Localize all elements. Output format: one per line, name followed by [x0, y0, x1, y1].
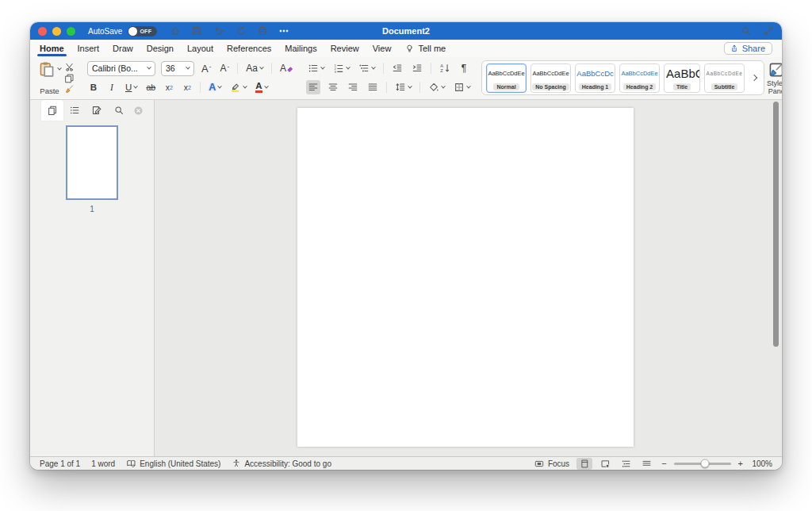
bold-button[interactable]: B [87, 80, 100, 94]
minimize-window-button[interactable] [52, 27, 61, 36]
justify-button[interactable] [366, 80, 380, 94]
style-normal[interactable]: AaBbCcDdEe Normal [486, 63, 527, 93]
style-subtitle[interactable]: AaBbCcDdEe Subtitle [704, 63, 745, 93]
paste-dropdown[interactable] [57, 66, 62, 71]
tab-draw[interactable]: Draw [113, 40, 133, 57]
tab-view[interactable]: View [373, 40, 392, 57]
bullets-button[interactable] [306, 61, 326, 75]
sidebar-tab-headings[interactable] [63, 100, 86, 121]
increase-indent-button[interactable] [410, 61, 424, 75]
web-layout-icon [600, 459, 611, 469]
autosave-state: OFF [140, 29, 151, 34]
spellcheck-status[interactable]: English (United States) [126, 459, 220, 469]
pilcrow-glyph: ¶ [462, 63, 466, 74]
zoom-out-button[interactable]: − [661, 459, 666, 468]
cut-button[interactable] [63, 61, 76, 72]
page-thumbnail-1[interactable] [66, 125, 118, 200]
tab-layout[interactable]: Layout [187, 40, 213, 57]
decrease-indent-button[interactable] [390, 61, 404, 75]
eraser-icon [286, 65, 293, 72]
copy-button[interactable] [63, 72, 76, 83]
collaboration-icon[interactable] [763, 25, 774, 36]
italic-button[interactable]: I [105, 80, 118, 94]
autosave-toggle-knob [128, 27, 137, 36]
align-right-button[interactable] [346, 80, 360, 94]
outline-view-button[interactable] [618, 458, 634, 470]
vertical-scrollbar[interactable] [773, 102, 779, 347]
traffic-lights [38, 27, 75, 36]
clear-formatting-button[interactable]: A [278, 61, 295, 75]
svg-text:A: A [440, 63, 443, 68]
tab-design[interactable]: Design [147, 40, 174, 57]
home-icon[interactable] [170, 25, 181, 36]
format-painter-button[interactable] [63, 83, 76, 94]
show-marks-button[interactable]: ¶ [458, 61, 470, 75]
font-color-button[interactable]: A [254, 80, 269, 94]
style-heading-2[interactable]: AaBbCcDdEe Heading 2 [619, 63, 660, 93]
word-window: AutoSave OFF Document2 Home Insert Draw … [30, 22, 782, 470]
search-icon[interactable] [741, 25, 752, 36]
print-icon[interactable] [257, 25, 268, 36]
zoom-window-button[interactable] [67, 27, 75, 36]
font-size-combo[interactable]: 36 [161, 61, 194, 76]
change-case-button[interactable]: Aa [244, 61, 265, 75]
print-layout-view-button[interactable] [576, 458, 592, 470]
tab-mailings[interactable]: Mailings [285, 40, 316, 57]
align-center-button[interactable] [326, 80, 340, 94]
multilevel-list-button[interactable] [357, 61, 377, 75]
save-icon[interactable] [191, 25, 202, 36]
zoom-in-button[interactable]: + [738, 459, 743, 468]
sidebar-tab-thumbnails[interactable] [41, 100, 63, 121]
document-map-icon [69, 105, 80, 116]
web-layout-view-button[interactable] [597, 458, 613, 470]
superscript-button[interactable]: x2 [181, 80, 193, 94]
sort-button[interactable]: AZ [438, 61, 452, 75]
sidebar-tab-comments[interactable] [86, 100, 108, 121]
tab-references[interactable]: References [227, 40, 271, 57]
undo-icon[interactable] [213, 25, 225, 36]
sidebar-tab-find[interactable] [108, 100, 130, 121]
styles-pane-button[interactable]: Styles Pane [764, 60, 782, 96]
paste-button[interactable]: Paste [38, 60, 61, 95]
tell-me[interactable]: Tell me [404, 44, 446, 54]
focus-mode-button[interactable]: Focus [534, 459, 569, 469]
line-spacing-button[interactable] [393, 80, 413, 94]
highlight-button[interactable] [228, 80, 248, 94]
draft-view-button[interactable] [638, 458, 654, 470]
shrink-font-button[interactable]: Aˇ [218, 61, 231, 75]
style-heading-1[interactable]: AaBbCcDc Heading 1 [575, 63, 615, 93]
autosave-toggle[interactable]: OFF [128, 26, 157, 36]
more-commands-icon[interactable] [278, 25, 289, 36]
subscript-button[interactable]: x2 [163, 80, 175, 94]
format-painter-icon [64, 84, 75, 94]
document-page[interactable] [297, 108, 634, 447]
navigation-sidebar: 1 [30, 100, 155, 456]
numbering-button[interactable]: 123 [331, 61, 351, 75]
borders-button[interactable] [452, 80, 472, 94]
sidebar-close-button[interactable] [130, 100, 146, 121]
style-title[interactable]: AaBbC Title [664, 63, 700, 93]
style-no-spacing[interactable]: AaBbCcDdEe No Spacing [530, 63, 571, 93]
word-count[interactable]: 1 word [91, 459, 115, 468]
zoom-slider[interactable] [674, 463, 731, 465]
tab-insert[interactable]: Insert [78, 40, 100, 57]
accessibility-status[interactable]: Accessibility: Good to go [232, 459, 331, 468]
redo-icon[interactable] [236, 25, 247, 36]
page-indicator[interactable]: Page 1 of 1 [40, 459, 80, 468]
tab-home[interactable]: Home [40, 40, 64, 57]
strikethrough-button[interactable]: ab [144, 80, 157, 94]
more-styles-chevron[interactable] [751, 75, 757, 81]
multilevel-list-icon [358, 63, 370, 74]
style-sample: AaBbCcDdEe [487, 64, 526, 83]
align-left-button[interactable] [306, 80, 320, 94]
zoom-level[interactable]: 100% [750, 459, 772, 468]
text-effects-button[interactable]: A [207, 80, 223, 94]
underline-button[interactable]: U [124, 80, 139, 94]
tab-review[interactable]: Review [331, 40, 359, 57]
font-name-combo[interactable]: Calibri (Bo... [87, 61, 155, 76]
grow-font-button[interactable]: Aˆ [200, 61, 213, 75]
zoom-slider-thumb[interactable] [701, 459, 710, 468]
shading-button[interactable] [427, 80, 446, 94]
close-window-button[interactable] [38, 27, 47, 36]
share-button[interactable]: Share [724, 42, 772, 55]
